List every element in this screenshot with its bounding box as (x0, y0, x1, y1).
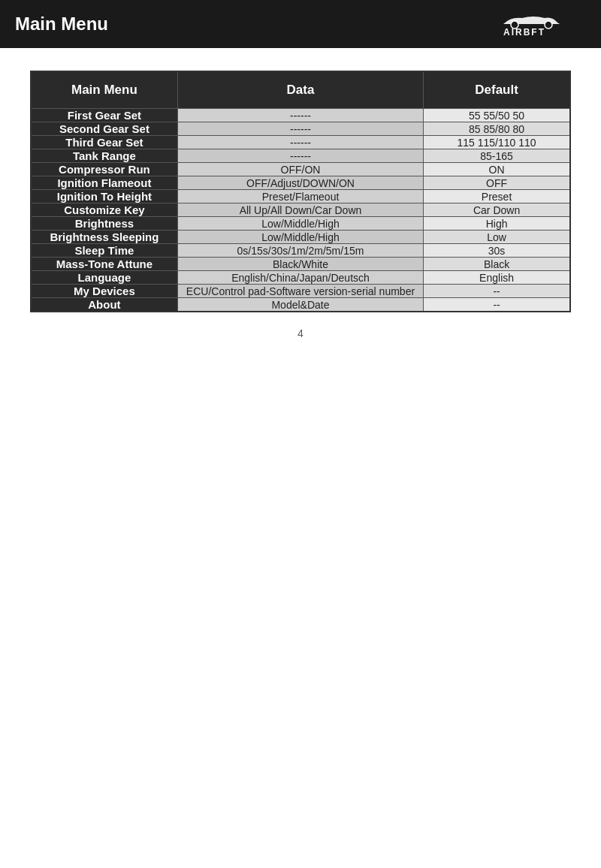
menu-cell: Brightness (31, 217, 177, 231)
table-row: Ignition To HeightPreset/FlameoutPreset (31, 190, 570, 203)
table-row: Sleep Time0s/15s/30s/1m/2m/5m/15m30s (31, 244, 570, 258)
svg-text:AIRBFT: AIRBFT (503, 27, 545, 38)
menu-cell: My Devices (31, 285, 177, 298)
menu-cell: Mass-Tone Attune (31, 258, 177, 271)
col-header-data: Data (177, 71, 423, 109)
menu-cell: Compressor Run (31, 163, 177, 176)
data-cell: OFF/Adjust/DOWN/ON (177, 176, 423, 190)
logo-area: AIRBFT (496, 9, 586, 39)
default-cell: 55 55/50 50 (424, 109, 570, 122)
menu-cell: Ignition To Height (31, 190, 177, 203)
data-cell: Low/Middle/High (177, 217, 423, 231)
data-cell: 0s/15s/30s/1m/2m/5m/15m (177, 244, 423, 258)
col-header-default: Default (424, 71, 570, 109)
menu-cell: Customize Key (31, 203, 177, 217)
default-cell: Car Down (424, 203, 570, 217)
table-row: Compressor RunOFF/ONON (31, 163, 570, 176)
default-cell: 85 85/80 80 (424, 122, 570, 136)
default-cell: OFF (424, 176, 570, 190)
table-header-row: Main Menu Data Default (31, 71, 570, 109)
table-row: Customize KeyAll Up/All Down/Car DownCar… (31, 203, 570, 217)
table-row: AboutModel&Date-- (31, 298, 570, 312)
table-row: BrightnessLow/Middle/HighHigh (31, 217, 570, 231)
col-header-menu: Main Menu (31, 71, 177, 109)
menu-cell: Brightness Sleeping (31, 231, 177, 244)
table-row: Ignition FlameoutOFF/Adjust/DOWN/ONOFF (31, 176, 570, 190)
menu-cell: Second Gear Set (31, 122, 177, 136)
main-table: Main Menu Data Default First Gear Set---… (30, 71, 571, 312)
airbft-logo: AIRBFT (496, 9, 586, 39)
default-cell: -- (424, 285, 570, 298)
default-cell: 115 115/110 110 (424, 136, 570, 149)
menu-cell: Ignition Flameout (31, 176, 177, 190)
table-row: Third Gear Set------115 115/110 110 (31, 136, 570, 149)
menu-cell: Sleep Time (31, 244, 177, 258)
menu-cell: Tank Range (31, 149, 177, 163)
menu-cell: Language (31, 271, 177, 285)
table-row: Brightness SleepingLow/Middle/HighLow (31, 231, 570, 244)
data-cell: English/China/Japan/Deutsch (177, 271, 423, 285)
table-row: Mass-Tone AttuneBlack/WhiteBlack (31, 258, 570, 271)
page-title: Main Menu (15, 14, 108, 35)
data-cell: ------ (177, 122, 423, 136)
default-cell: Preset (424, 190, 570, 203)
data-cell: Preset/Flameout (177, 190, 423, 203)
svg-point-1 (545, 21, 552, 29)
default-cell: High (424, 217, 570, 231)
menu-cell: About (31, 298, 177, 312)
data-cell: ------ (177, 109, 423, 122)
table-row: Tank Range------85-165 (31, 149, 570, 163)
default-cell: ON (424, 163, 570, 176)
table-row: LanguageEnglish/China/Japan/DeutschEngli… (31, 271, 570, 285)
table-row: First Gear Set------55 55/50 50 (31, 109, 570, 122)
data-cell: Low/Middle/High (177, 231, 423, 244)
table-row: My DevicesECU/Control pad-Software versi… (31, 285, 570, 298)
data-cell: OFF/ON (177, 163, 423, 176)
table-row: Second Gear Set------85 85/80 80 (31, 122, 570, 136)
data-cell: ------ (177, 136, 423, 149)
default-cell: -- (424, 298, 570, 312)
menu-cell: First Gear Set (31, 109, 177, 122)
data-cell: Black/White (177, 258, 423, 271)
default-cell: English (424, 271, 570, 285)
default-cell: 30s (424, 244, 570, 258)
page-number: 4 (30, 327, 571, 339)
default-cell: 85-165 (424, 149, 570, 163)
data-cell: ------ (177, 149, 423, 163)
data-cell: ECU/Control pad-Software version-serial … (177, 285, 423, 298)
data-cell: All Up/All Down/Car Down (177, 203, 423, 217)
menu-cell: Third Gear Set (31, 136, 177, 149)
header: Main Menu AIRBFT (0, 0, 601, 48)
content-area: Main Menu Data Default First Gear Set---… (0, 48, 601, 384)
default-cell: Black (424, 258, 570, 271)
default-cell: Low (424, 231, 570, 244)
data-cell: Model&Date (177, 298, 423, 312)
